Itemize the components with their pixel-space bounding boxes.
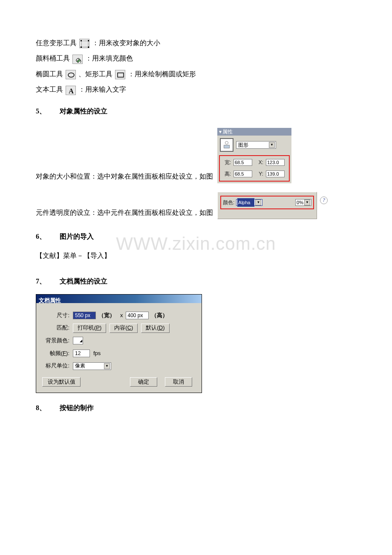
height-input[interactable]: 400 px (126, 312, 149, 319)
instance-type-dropdown[interactable]: 图形 ▼ (236, 141, 276, 149)
x-field[interactable]: 123.0 (266, 159, 285, 166)
section-5-heading: 5、 对象属性的设立 (36, 105, 356, 118)
dialog-titlebar[interactable]: 文档属性 (36, 295, 202, 303)
width-field[interactable]: 68.5 (233, 159, 252, 166)
svg-text:A: A (69, 87, 74, 95)
text: 任意变形工具 (36, 39, 77, 46)
dropdown-value: Alpha (237, 198, 254, 207)
alpha-percent-field[interactable]: 0% ▼ (295, 199, 311, 206)
text: ：用来填充颜色 (85, 55, 133, 62)
chevron-down-icon: ◢ (80, 338, 83, 344)
svg-rect-2 (88, 40, 89, 41)
set-default-button[interactable]: 设为默认值 (42, 377, 81, 387)
section-number: 6、 (36, 230, 58, 243)
svg-rect-4 (88, 46, 89, 48)
height-paren: （高） (151, 310, 168, 321)
section-title: 按钮的制作 (60, 404, 94, 411)
svg-rect-3 (81, 46, 82, 48)
text: ：用来绘制椭圆或矩形 (128, 70, 196, 78)
percent-value: 0% (297, 198, 303, 207)
tool-line-transform: 任意变形工具 ：用来改变对象的大小 (36, 37, 356, 49)
y-label: Y: (255, 169, 263, 179)
tool-line-text: 文本工具 A ：用来输入文字 (36, 83, 356, 96)
dropdown-value: 像素 (75, 361, 85, 371)
section-number: 8、 (36, 402, 58, 414)
properties-panel: ▾属性 图形 ▼ 宽: 68.5 X: 123.0 高: 68.5 Y: 139… (217, 128, 291, 183)
color-alpha-panel: 颜色: Alpha ▼ 0% ▼ ? (217, 192, 317, 220)
section-number: 7、 (36, 275, 58, 288)
color-label: 颜色: (223, 198, 234, 208)
match-printer-button[interactable]: 打印机(P) (73, 324, 106, 333)
fps-label: 帧频(F): (42, 348, 73, 359)
height-field[interactable]: 68.5 (233, 171, 252, 177)
ok-button[interactable]: 确定 (130, 377, 157, 387)
chevron-down-icon: ▼ (255, 199, 261, 205)
free-transform-icon (79, 39, 89, 48)
dimensions-row: 尺寸: 550 px （宽） x 400 px （高） (42, 310, 196, 321)
width-label: 宽: (222, 158, 231, 168)
match-row: 匹配: 打印机(P) 内容(C) 默认(D) (42, 323, 196, 333)
section-title: 图片的导入 (60, 233, 94, 240)
size-position-line: 对象的大小和位置：选中对象在属性面板相应处设立，如图 ▾属性 图形 ▼ 宽: 6… (36, 128, 356, 183)
x-label: X: (255, 158, 263, 168)
tool-line-paintbucket: 颜料桶工具 ：用来填充颜色 (36, 52, 356, 65)
help-icon[interactable]: ? (320, 197, 328, 204)
svg-rect-1 (81, 40, 82, 41)
bg-color-swatch[interactable]: ◢ (73, 337, 83, 344)
document-properties-dialog: 文档属性 尺寸: 550 px （宽） x 400 px （高） 匹配: 打印机… (36, 294, 202, 393)
alpha-line: 元件透明度的设立：选中元件在属性面板相应处设立，如图 颜色: Alpha ▼ 0… (36, 192, 356, 220)
text: 元件透明度的设立：选中元件在属性面板相应处设立，如图 (36, 206, 213, 219)
ruler-unit-dropdown[interactable]: 像素 ▼ (73, 362, 111, 370)
section-title: 对象属性的设立 (60, 107, 107, 115)
tool-line-ovalrect: 椭圆工具 、矩形工具 ：用来绘制椭圆或矩形 (36, 68, 356, 81)
chevron-down-icon: ▼ (269, 142, 275, 148)
svg-rect-0 (81, 41, 88, 47)
fps-row: 帧频(F): 12 fps (42, 348, 196, 359)
oval-tool-icon (66, 70, 76, 79)
height-label: 高: (222, 169, 231, 179)
width-input[interactable]: 550 px (73, 312, 96, 319)
svg-rect-7 (118, 73, 124, 77)
ruler-label: 标尺单位: (42, 361, 73, 371)
section-8-heading: 8、 按钮的制作 (36, 402, 356, 414)
text: 颜料桶工具 (36, 55, 70, 62)
paint-bucket-icon (72, 55, 83, 64)
text: 、矩形工具 (78, 70, 112, 78)
section-6-heading: 6、 图片的导入 (36, 230, 356, 243)
match-label: 匹配: (42, 323, 73, 333)
svg-point-6 (68, 73, 74, 77)
properties-panel-titlebar[interactable]: ▾属性 (217, 128, 291, 136)
cancel-button[interactable]: 取消 (165, 377, 192, 387)
section-6-body: 【文献】菜单－【导入】 (36, 249, 356, 262)
y-field[interactable]: 139.0 (266, 171, 285, 177)
text-tool-icon: A (66, 86, 76, 95)
dropdown-value: 图形 (238, 140, 248, 150)
section-7-heading: 7、 文档属性的设立 (36, 275, 356, 288)
section-title: 文档属性的设立 (60, 278, 107, 285)
chevron-down-icon: ▼ (104, 363, 110, 369)
dimensions-highlight: 宽: 68.5 X: 123.0 高: 68.5 Y: 139.0 (219, 155, 290, 182)
section-number: 5、 (36, 105, 58, 118)
width-paren: （宽） (98, 310, 115, 321)
times: x (120, 310, 123, 321)
shape-type-icon (220, 138, 233, 152)
chevron-down-icon: ▼ (304, 199, 310, 205)
bgcolor-row: 背景颜色: ◢ (42, 335, 196, 346)
rectangle-tool-icon (115, 70, 125, 79)
ruler-row: 标尺单位: 像素 ▼ (42, 361, 196, 371)
panel-title: 属性 (222, 129, 233, 135)
alpha-highlight: 颜色: Alpha ▼ 0% ▼ (220, 196, 314, 210)
text: 文本工具 (36, 86, 63, 93)
fps-input[interactable]: 12 (73, 350, 90, 357)
match-content-button[interactable]: 内容(C) (110, 324, 138, 333)
bgcolor-label: 背景颜色: (42, 335, 73, 346)
text: 椭圆工具 (36, 70, 63, 78)
collapse-triangle-icon[interactable]: ▾ (219, 129, 222, 135)
size-label: 尺寸: (42, 310, 73, 321)
text: ：用来输入文字 (78, 86, 126, 93)
text: ：用来改变对象的大小 (92, 39, 160, 46)
dialog-button-row: 设为默认值 确定 取消 (42, 377, 196, 387)
color-mode-dropdown[interactable]: Alpha ▼ (236, 199, 262, 206)
match-default-button[interactable]: 默认(D) (141, 324, 169, 333)
text: 对象的大小和位置：选中对象在属性面板相应处设立，如图 (36, 170, 213, 183)
